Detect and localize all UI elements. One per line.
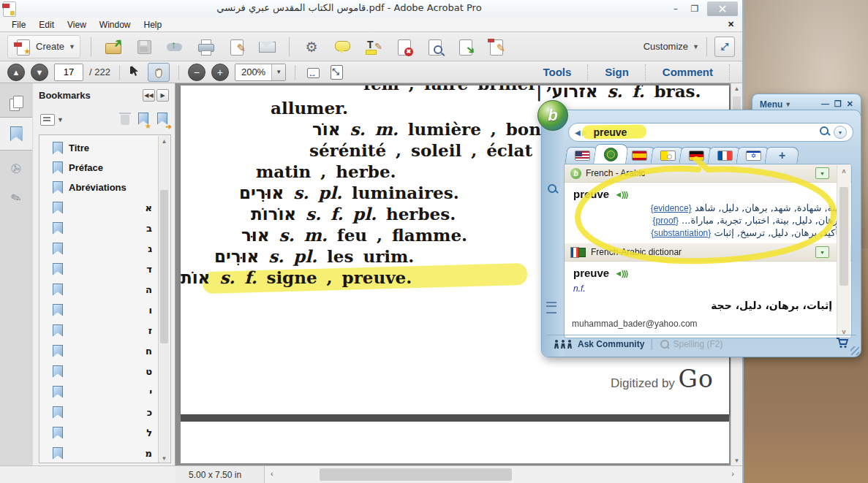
bookmark-letter-item[interactable]: ז: [39, 320, 155, 341]
bookmarks-tab[interactable]: [0, 117, 32, 151]
expand-panel-button[interactable]: ▶: [156, 89, 169, 102]
pdf-page-next[interactable]: [181, 422, 729, 463]
bookmark-options-button[interactable]: ▼: [40, 114, 64, 126]
title-bar[interactable]: قاموس الكتاب المقدس عبري فرنسي.pdf - Ado…: [0, 0, 742, 18]
babylon-close-button[interactable]: ✕: [847, 99, 853, 109]
select-tool-button[interactable]: [129, 64, 142, 80]
task-pane-tab[interactable]: Sign: [593, 66, 641, 78]
side-search-icon[interactable]: [547, 183, 557, 196]
bookmark-item[interactable]: Titre: [39, 138, 155, 158]
search-button[interactable]: [819, 126, 829, 139]
menu-item[interactable]: Window: [94, 18, 137, 31]
term-link[interactable]: {proof}: [653, 216, 679, 226]
drag-handle-icon[interactable]: [546, 302, 556, 313]
hand-tool-button[interactable]: [148, 63, 170, 82]
edit-document-button[interactable]: ✎: [484, 35, 507, 58]
zoom-level-select[interactable]: 200% ▼: [235, 64, 286, 81]
bookmark-letter-item[interactable]: ה: [39, 279, 155, 300]
scroll-right-icon[interactable]: ›: [731, 469, 734, 478]
scroll-down-icon[interactable]: ▼: [159, 453, 170, 463]
new-bookmark-button[interactable]: ★: [138, 113, 148, 128]
bookmark-letter-item[interactable]: כ: [39, 402, 155, 422]
bookmark-letter-item[interactable]: ח: [39, 341, 155, 361]
section-dropdown-button[interactable]: ▼: [815, 167, 829, 179]
export-bookmark-button[interactable]: ➔: [157, 113, 167, 128]
shop-button[interactable]: [836, 338, 849, 351]
save-file-button[interactable]: [132, 35, 156, 58]
scrollbar-thumb[interactable]: [839, 187, 848, 286]
scroll-up-icon[interactable]: ᴧ: [837, 165, 850, 177]
zoom-out-button[interactable]: −: [188, 64, 205, 81]
bookmark-letter-item[interactable]: ב: [39, 218, 155, 238]
fit-page-button[interactable]: ⤡: [328, 64, 345, 81]
delete-bookmark-icon[interactable]: [121, 115, 129, 125]
open-file-button[interactable]: ➔: [102, 35, 125, 58]
bookmark-item[interactable]: Abréviations: [39, 178, 155, 197]
scroll-up-icon[interactable]: ▲: [731, 83, 742, 94]
bookmark-letter-item[interactable]: מ: [39, 443, 155, 463]
scroll-down-icon[interactable]: ▼: [731, 455, 742, 465]
collapse-panel-button[interactable]: ◀◀: [143, 89, 155, 102]
babylon-logo[interactable]: b: [537, 100, 568, 131]
ask-community-button[interactable]: Ask Community: [554, 339, 644, 349]
search-options-button[interactable]: ▼: [834, 126, 847, 139]
page-thumbnails-tab[interactable]: [0, 89, 32, 117]
task-pane-tab[interactable]: Tools: [531, 66, 583, 78]
search-input[interactable]: preuve: [593, 126, 627, 138]
menu-item[interactable]: View: [61, 18, 92, 31]
dictionary-section-header[interactable]: b French - Arabic ▼: [565, 164, 851, 183]
signatures-tab[interactable]: ✎: [0, 184, 32, 212]
horizontal-scrollbar[interactable]: ‹ ›: [265, 466, 740, 483]
bookmark-item[interactable]: Préface: [39, 158, 155, 178]
sticky-note-button[interactable]: [331, 35, 354, 58]
settings-button[interactable]: ⚙: [300, 35, 323, 58]
bookmark-letter-item[interactable]: א: [39, 197, 155, 218]
resize-grip[interactable]: [850, 346, 859, 355]
scrolling-mode-button[interactable]: ↔: [304, 64, 322, 81]
bookmark-letter-item[interactable]: ו: [39, 300, 155, 320]
close-button[interactable]: ✕: [707, 1, 738, 16]
bookmarks-scrollbar[interactable]: ▲ ▼: [158, 136, 170, 463]
page-number-input[interactable]: [54, 64, 83, 81]
attachments-tab[interactable]: ✇: [0, 155, 32, 183]
babylon-search-bar[interactable]: ◀ ▶ preuve ▼: [568, 123, 853, 142]
previous-page-button[interactable]: ▲: [7, 64, 25, 81]
bookmark-letter-item[interactable]: ד: [39, 259, 155, 279]
print-button[interactable]: [194, 35, 217, 58]
babylon-maximize-button[interactable]: ❒: [834, 99, 842, 109]
babylon-minimize-button[interactable]: —: [821, 99, 829, 109]
results-scrollbar[interactable]: ᴧ ᴠ: [837, 165, 850, 338]
bookmark-letter-item[interactable]: י: [39, 381, 155, 402]
close-document-icon[interactable]: ✕: [728, 20, 734, 29]
task-pane-tab[interactable]: Comment: [651, 66, 725, 78]
sign-document-button[interactable]: ✎: [224, 35, 248, 58]
bookmark-letter-item[interactable]: ט: [39, 361, 155, 381]
language-tab[interactable]: [593, 144, 629, 164]
speaker-icon[interactable]: ◄))): [614, 269, 627, 278]
upload-cloud-button[interactable]: ↑: [163, 35, 186, 58]
extract-pages-button[interactable]: [423, 35, 446, 58]
scrollbar-thumb[interactable]: [160, 190, 168, 343]
send-email-button[interactable]: [255, 35, 279, 58]
menu-item[interactable]: Edit: [33, 18, 60, 31]
menu-item[interactable]: Help: [138, 18, 168, 31]
scrollbar-thumb[interactable]: [320, 468, 512, 481]
babylon-window[interactable]: Menu▼ — ❒ ✕ b ◀ ▶ preuve ▼: [541, 94, 861, 357]
bookmark-letter-item[interactable]: ל: [39, 422, 155, 443]
dictionary-section-header[interactable]: French-Arabic dictionar ▼: [565, 243, 851, 262]
next-page-button[interactable]: ▼: [31, 64, 48, 81]
spelling-button[interactable]: Spelling (F2): [660, 339, 723, 349]
customize-button[interactable]: Customize: [644, 41, 688, 52]
export-file-button[interactable]: ➔: [453, 35, 477, 58]
section-dropdown-button[interactable]: ▼: [815, 246, 829, 258]
minimize-button[interactable]: –: [669, 4, 682, 14]
reading-mode-button[interactable]: ⤢: [714, 37, 735, 57]
speaker-icon[interactable]: ◄))): [614, 190, 627, 199]
scroll-left-icon[interactable]: ‹: [271, 469, 273, 478]
bookmark-letter-item[interactable]: ג: [39, 238, 155, 259]
menu-item[interactable]: File: [6, 18, 31, 31]
term-link[interactable]: {evidence}: [651, 203, 692, 213]
babylon-menu-button[interactable]: Menu▼: [760, 99, 791, 110]
create-button[interactable]: ★ Create ▼: [7, 35, 80, 58]
highlight-text-button[interactable]: T✎: [361, 35, 385, 58]
